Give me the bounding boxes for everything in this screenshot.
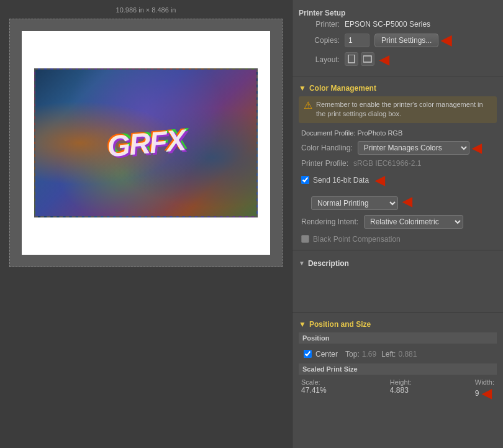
color-management-section: ▼ Color Management ⚠ Remember to enable … bbox=[292, 76, 503, 250]
right-panel: Printer Setup Printer: EPSON SC-P5000 Se… bbox=[292, 0, 503, 448]
center-checkbox[interactable] bbox=[304, 350, 312, 358]
color-handling-row: Color Handling: Printer Manages Colors P… bbox=[299, 140, 497, 155]
scaled-print-header: Scaled Print Size bbox=[299, 363, 497, 375]
graffiti-art: GRFX bbox=[34, 68, 258, 217]
print-settings-button[interactable]: Print Settings... bbox=[374, 34, 438, 47]
portrait-icon bbox=[348, 55, 355, 63]
description-header: ▼ Description bbox=[299, 255, 497, 272]
normal-printing-select[interactable]: Normal Printing Hard Proofing bbox=[311, 196, 398, 210]
width-arrow-icon: ◀ bbox=[482, 386, 491, 401]
black-point-label: Black Point Compensation bbox=[313, 235, 401, 244]
dimension-label: 10.986 in × 8.486 in bbox=[116, 6, 176, 14]
doc-profile-label: Document Profile: bbox=[301, 129, 357, 137]
printer-profile-row: Printer Profile: sRGB IEC61966-2.1 bbox=[299, 159, 497, 168]
width-col: Width: 9 ◀ bbox=[475, 378, 494, 401]
layout-icons: ◀ bbox=[345, 52, 389, 67]
warning-text: Remember to enable the printer's color m… bbox=[316, 100, 492, 119]
color-mgmt-chevron[interactable]: ▼ bbox=[299, 84, 306, 93]
left-label: Left: bbox=[381, 350, 396, 359]
copies-input[interactable] bbox=[345, 34, 369, 47]
scale-label: Scale: bbox=[301, 378, 320, 386]
scale-columns: Scale: 47.41% Height: 4.883 Width: 9 ◀ bbox=[299, 377, 497, 402]
rendering-intent-label: Rendering Intent: bbox=[301, 217, 360, 226]
color-handling-arrow-icon: ◀ bbox=[472, 140, 481, 155]
position-size-section: ▼ Position and Size Position Center Top:… bbox=[292, 313, 503, 407]
send-16bit-row: Send 16-bit Data ◀ bbox=[299, 171, 497, 189]
printer-setup-section: Printer Setup Printer: EPSON SC-P5000 Se… bbox=[292, 0, 503, 76]
printer-setup-label: Printer Setup bbox=[299, 9, 345, 17]
printer-profile-label: Printer Profile: bbox=[301, 159, 353, 168]
width-value: 9 bbox=[475, 389, 479, 398]
white-paper: GRFX bbox=[22, 31, 270, 255]
rendering-intent-select[interactable]: Relative Colorimetric Perceptual Saturat… bbox=[364, 215, 463, 229]
warning-icon: ⚠ bbox=[304, 99, 312, 111]
color-management-header: ▼ Color Management bbox=[299, 81, 497, 96]
description-label: Description bbox=[308, 259, 349, 268]
doc-profile-value: ProPhoto RGB bbox=[357, 129, 402, 137]
black-point-checkbox[interactable] bbox=[301, 235, 309, 243]
position-size-header: ▼ Position and Size bbox=[299, 318, 497, 332]
landscape-layout-button[interactable] bbox=[361, 52, 374, 66]
printer-setup-header: Printer Setup bbox=[299, 5, 497, 20]
position-size-chevron[interactable]: ▼ bbox=[299, 320, 306, 329]
color-management-label: Color Management bbox=[309, 84, 376, 93]
top-label: Top: bbox=[345, 350, 360, 359]
rendering-intent-row: Rendering Intent: Relative Colorimetric … bbox=[299, 214, 497, 231]
height-col: Height: 4.883 bbox=[390, 378, 412, 401]
center-checkbox-row: Center bbox=[301, 349, 340, 360]
position-fields: Center Top: 1.69 Left: 0.881 bbox=[299, 346, 497, 363]
printer-label: Printer: bbox=[301, 20, 345, 29]
height-label: Height: bbox=[390, 378, 412, 386]
normal-printing-row: Normal Printing Hard Proofing ◀ bbox=[299, 193, 497, 214]
left-panel: 10.986 in × 8.486 in GRFX bbox=[0, 0, 292, 448]
printer-row: Printer: EPSON SC-P5000 Series bbox=[299, 20, 497, 29]
position-size-label: Position and Size bbox=[309, 320, 371, 329]
send-16bit-checkbox[interactable] bbox=[301, 176, 309, 184]
description-section: ▼ Description bbox=[292, 250, 503, 313]
color-handling-select[interactable]: Printer Manages Colors Photoshop Manages… bbox=[358, 141, 469, 155]
layout-row: Layout: ◀ bbox=[299, 52, 497, 67]
color-handling-label: Color Handling: bbox=[301, 144, 358, 152]
printer-profile-value: sRGB IEC61966-2.1 bbox=[353, 159, 421, 168]
width-label: Width: bbox=[475, 378, 494, 386]
height-value: 4.883 bbox=[390, 386, 409, 395]
graffiti-image: GRFX bbox=[34, 68, 258, 217]
landscape-icon bbox=[363, 55, 372, 63]
copies-row: Copies: Print Settings... ◀ bbox=[299, 32, 497, 48]
position-sub-header: Position bbox=[299, 332, 497, 344]
normal-printing-arrow-icon: ◀ bbox=[402, 194, 412, 208]
top-field: Top: 1.69 bbox=[345, 350, 376, 359]
center-label: Center bbox=[315, 350, 338, 359]
warning-box: ⚠ Remember to enable the printer's color… bbox=[299, 96, 497, 123]
left-value: 0.881 bbox=[398, 350, 417, 359]
send-16bit-arrow-icon: ◀ bbox=[375, 173, 384, 188]
left-field: Left: 0.881 bbox=[381, 350, 417, 359]
scale-col: Scale: 47.41% bbox=[301, 378, 327, 401]
print-settings-arrow-icon: ◀ bbox=[441, 32, 451, 48]
copies-label: Copies: bbox=[301, 36, 345, 45]
portrait-layout-button[interactable] bbox=[345, 52, 358, 66]
black-point-row: Black Point Compensation bbox=[299, 234, 497, 245]
send-16bit-label: Send 16-bit Data bbox=[313, 176, 369, 185]
doc-profile-row: Document Profile: ProPhoto RGB bbox=[299, 128, 497, 140]
layout-label: Layout: bbox=[301, 55, 345, 64]
svg-rect-1 bbox=[363, 56, 371, 62]
top-value: 1.69 bbox=[362, 350, 376, 359]
description-chevron[interactable]: ▼ bbox=[299, 260, 305, 267]
layout-arrow-icon: ◀ bbox=[379, 52, 389, 67]
printer-value: EPSON SC-P5000 Series bbox=[345, 20, 430, 29]
width-value-row: 9 ◀ bbox=[475, 386, 491, 401]
scale-value: 47.41% bbox=[301, 386, 327, 395]
print-preview-area: GRFX bbox=[9, 19, 283, 267]
svg-rect-0 bbox=[348, 55, 355, 63]
